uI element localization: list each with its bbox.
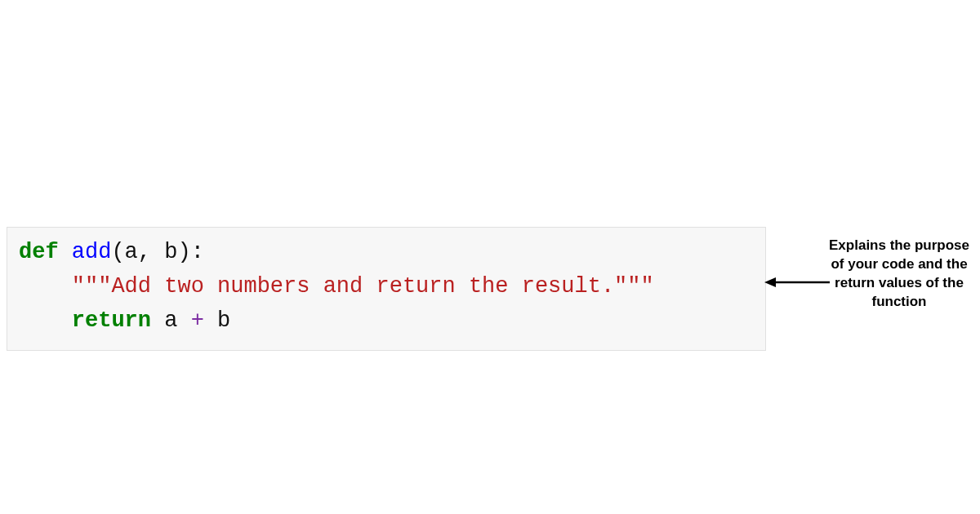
var-a: a bbox=[164, 308, 190, 333]
code-line-2: """Add two numbers and return the result… bbox=[19, 270, 754, 304]
params: (a, b): bbox=[111, 240, 203, 264]
function-name: add bbox=[72, 240, 112, 264]
space bbox=[59, 240, 72, 264]
space bbox=[151, 308, 164, 333]
docstring: """Add two numbers and return the result… bbox=[72, 274, 654, 299]
code-block: def add(a, b): """Add two numbers and re… bbox=[7, 227, 766, 351]
code-line-3: return a + b bbox=[19, 304, 754, 339]
arrow-icon bbox=[764, 276, 830, 289]
indent bbox=[19, 274, 72, 299]
var-b: b bbox=[204, 308, 230, 333]
keyword-def: def bbox=[19, 240, 59, 264]
operator-plus: + bbox=[191, 308, 204, 333]
indent bbox=[19, 308, 72, 333]
code-line-1: def add(a, b): bbox=[19, 236, 754, 270]
annotation-text: Explains the purpose of your code and th… bbox=[825, 237, 973, 312]
svg-marker-1 bbox=[764, 277, 776, 287]
keyword-return: return bbox=[72, 308, 151, 333]
